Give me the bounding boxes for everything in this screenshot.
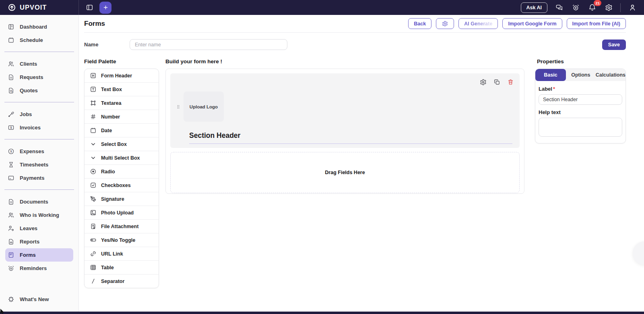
palette-item-label: URL Link (101, 251, 123, 257)
properties-title: Properties (537, 58, 626, 64)
section-settings-gear-icon[interactable] (479, 78, 487, 85)
mouse-cursor (0, 309, 4, 314)
form-settings-gear-icon[interactable] (436, 18, 454, 29)
label-field-input[interactable] (539, 94, 622, 105)
palette-item-radio[interactable]: Radio (85, 165, 159, 179)
palette-item-form-header[interactable]: Form Header (85, 69, 159, 83)
sidebar-item-label: Jobs (20, 111, 32, 117)
timesheets-icon (8, 161, 14, 168)
help-text-input[interactable] (539, 118, 622, 137)
palette-item-text-box[interactable]: Text Box (85, 83, 159, 96)
palette-item-checkboxes[interactable]: Checkboxes (85, 179, 159, 192)
palette-item-textarea[interactable]: Textarea (85, 96, 159, 110)
sidebar-toggle-icon[interactable] (85, 3, 94, 12)
sidebar-item-quotes[interactable]: ?Quotes (5, 84, 73, 97)
sidebar-item-label: Schedule (20, 37, 43, 43)
form-name-input[interactable] (130, 39, 287, 50)
drop-zone[interactable]: Drag Fields Here (170, 152, 520, 193)
sidebar-item-jobs[interactable]: Jobs (5, 108, 73, 121)
sidebar-item-label: Clients (20, 61, 37, 67)
sidebar-item-timesheets[interactable]: Timesheets (5, 158, 73, 171)
user-profile-icon[interactable] (627, 3, 637, 12)
section-header-text: Section Header (189, 131, 512, 140)
sidebar-item-requests[interactable]: Requests (5, 71, 73, 84)
sidebar-item-whats-new[interactable]: What's New (5, 293, 73, 306)
back-button[interactable]: Back (408, 18, 431, 29)
palette-item-label: Textarea (101, 100, 122, 106)
tab-options[interactable]: Options (566, 69, 596, 81)
date-icon (90, 127, 97, 134)
sidebar-item-reports[interactable]: Reports (5, 235, 73, 248)
jobs-icon (8, 111, 14, 118)
palette-item-label: Yes/No Toggle (101, 237, 135, 243)
field-palette-panel: Field Palette Form HeaderText BoxTextare… (84, 58, 159, 288)
svg-text:$: $ (10, 150, 12, 153)
form-header-icon (90, 72, 97, 79)
quick-add-button[interactable] (99, 2, 111, 14)
page-header: Forms Back AI Generate Import Google For… (84, 15, 626, 33)
palette-item-yes-no-toggle[interactable]: Yes/No Toggle (85, 233, 159, 247)
sidebar-divider (4, 189, 74, 190)
palette-item-url-link[interactable]: URL Link (85, 247, 159, 261)
number-icon (90, 113, 97, 120)
sidebar-item-leaves[interactable]: Leaves (5, 222, 73, 235)
section-title-wrap: Section Header (189, 131, 512, 144)
chat-icon[interactable] (554, 3, 564, 12)
import-google-form-button[interactable]: Import Google Form (502, 18, 562, 29)
sidebar-item-expenses[interactable]: $Expenses (5, 145, 73, 158)
sidebar-item-documents[interactable]: Documents (5, 195, 73, 208)
palette-item-date[interactable]: Date (85, 124, 159, 137)
palette-item-photo-upload[interactable]: Photo Upload (85, 206, 159, 220)
section-delete-trash-icon[interactable] (507, 78, 514, 85)
section-header-block[interactable]: Upload Logo Section Header (170, 73, 520, 148)
palette-item-label: Radio (101, 169, 115, 175)
palette-item-label: Checkboxes (101, 183, 131, 188)
sidebar-item-label: Quotes (20, 87, 38, 94)
form-canvas[interactable]: Upload Logo Section Header Drag Fields H… (165, 69, 524, 194)
palette-item-table[interactable]: Table (85, 261, 159, 274)
palette-item-label: Multi Select Box (101, 155, 140, 161)
sidebar-item-dashboard[interactable]: Dashboard (5, 20, 73, 33)
sidebar-item-invoices[interactable]: $Invoices (5, 121, 73, 134)
field-palette-title: Field Palette (84, 58, 159, 64)
palette-item-signature[interactable]: Signature (85, 192, 159, 206)
sidebar-groups: DashboardScheduleClientsRequests?QuotesJ… (0, 20, 78, 275)
sidebar-item-who-is-working[interactable]: Who is Working (5, 208, 73, 222)
import-from-file-button[interactable]: Import from File (AI) (567, 18, 626, 29)
upload-logo-button[interactable]: Upload Logo (184, 91, 224, 122)
settings-gear-icon[interactable] (604, 3, 613, 12)
sidebar-item-reminders[interactable]: Reminders (5, 262, 73, 275)
sidebar-item-payments[interactable]: Payments (5, 171, 73, 185)
checkbox-icon (90, 182, 97, 189)
section-duplicate-icon[interactable] (493, 78, 500, 85)
drag-handle-icon[interactable] (176, 103, 181, 110)
ai-generate-button[interactable]: AI Generate (458, 18, 498, 29)
upvoit-logo-icon (8, 3, 16, 12)
tab-calculations[interactable]: Calculations (596, 69, 625, 81)
sidebar-item-schedule[interactable]: Schedule (5, 33, 73, 47)
palette-item-label: Text Box (101, 87, 122, 92)
palette-item-number[interactable]: Number (85, 110, 159, 124)
sidebar-item-forms[interactable]: Forms (5, 248, 73, 262)
sidebar-item-clients[interactable]: Clients (5, 57, 73, 71)
properties-panel: Properties BasicOptionsCalculations Labe… (535, 58, 626, 143)
chevron-down-icon (90, 141, 97, 148)
time-tracker-icon[interactable] (571, 3, 580, 12)
palette-item-label: Select Box (101, 141, 127, 147)
form-name-row: Name Save (84, 33, 626, 56)
signature-icon (90, 195, 97, 202)
brand-logo[interactable]: UPVOIT (0, 0, 79, 15)
save-button[interactable]: Save (602, 40, 626, 50)
palette-item-multi-select-box[interactable]: Multi Select Box (85, 151, 159, 165)
payments-icon (8, 175, 14, 181)
tab-basic[interactable]: Basic (535, 69, 566, 81)
ask-ai-button[interactable]: Ask AI (521, 2, 547, 13)
properties-tabs: BasicOptionsCalculations (535, 69, 625, 81)
main-content: Forms Back AI Generate Import Google For… (79, 15, 644, 312)
radio-icon (90, 168, 97, 175)
palette-item-separator[interactable]: Separator (85, 274, 159, 288)
requests-icon (8, 74, 14, 81)
palette-item-file-attachment[interactable]: File Attachment (85, 220, 159, 233)
palette-item-select-box[interactable]: Select Box (85, 137, 159, 151)
notifications-bell-icon[interactable]: 21 (587, 3, 597, 12)
